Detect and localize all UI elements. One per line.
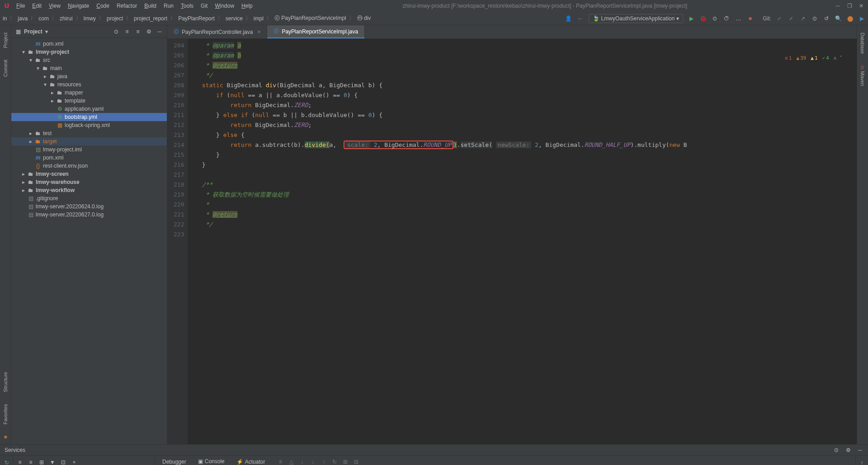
- console-ico-5[interactable]: ↑: [320, 458, 327, 465]
- line-number[interactable]: 215: [174, 150, 184, 160]
- editor-tab[interactable]: ⓒPayPlanReportServiceImpl.java: [267, 25, 365, 38]
- line-number[interactable]: 212: [174, 120, 184, 130]
- tree-item[interactable]: ▾🖿lmwy-project: [11, 48, 167, 56]
- close-button[interactable]: ✕: [858, 3, 864, 9]
- menu-run[interactable]: Run: [161, 2, 176, 10]
- cr-icon-1[interactable]: ↑: [859, 459, 866, 465]
- console-ico-3[interactable]: ↓: [298, 458, 306, 465]
- code-line[interactable]: *: [188, 200, 687, 210]
- breadcrumb-item[interactable]: ⓒ PayPlanReportServiceImpl: [274, 14, 346, 22]
- back-icon[interactable]: ←: [577, 15, 584, 22]
- settings-icon[interactable]: ⚙: [145, 28, 152, 35]
- line-number[interactable]: 214: [174, 140, 184, 150]
- menu-navigate[interactable]: Navigate: [65, 2, 92, 10]
- code-line[interactable]: * @return: [188, 210, 687, 220]
- menu-git[interactable]: Git: [198, 2, 210, 10]
- tree-item[interactable]: ▸🖿lmwy-workflow: [11, 186, 167, 194]
- tab-console[interactable]: ▣Console: [194, 456, 228, 465]
- breadcrumb-item[interactable]: in: [3, 15, 7, 22]
- services-settings-icon[interactable]: ⊙: [833, 446, 840, 454]
- minimize-button[interactable]: ─: [835, 3, 841, 9]
- collapse-all-icon[interactable]: ≡: [134, 28, 142, 35]
- tree-item[interactable]: ▸🖿target: [11, 137, 167, 146]
- code-line[interactable]: return BigDecimal.ZERO;: [188, 120, 687, 130]
- code-content[interactable]: * @param a * @param b * @return */ stati…: [188, 39, 687, 444]
- line-number[interactable]: 221: [174, 210, 184, 220]
- line-number[interactable]: 213: [174, 130, 184, 140]
- line-number[interactable]: 218: [174, 180, 184, 190]
- tool-structure[interactable]: Structure: [3, 369, 8, 395]
- code-line[interactable]: * @param a: [188, 41, 687, 51]
- debug-icon[interactable]: 🐞: [699, 15, 707, 22]
- code-line[interactable]: /**: [188, 180, 687, 190]
- breadcrumb-item[interactable]: lmwy: [84, 15, 96, 22]
- breadcrumb-item[interactable]: ⓜ div: [357, 14, 371, 22]
- code-line[interactable]: if (null == a || a.doubleValue() == 0) {: [188, 90, 687, 100]
- tb-icon-3[interactable]: ⊞: [38, 459, 45, 465]
- line-number[interactable]: 210: [174, 100, 184, 110]
- services-gear-icon[interactable]: ⚙: [844, 446, 852, 454]
- line-number[interactable]: 211: [174, 110, 184, 120]
- breadcrumb-item[interactable]: service: [226, 15, 243, 22]
- attach-icon[interactable]: …: [735, 15, 742, 22]
- select-opened-icon[interactable]: ⊙: [113, 28, 120, 35]
- code-line[interactable]: [188, 230, 687, 240]
- tool-commit[interactable]: Commit: [3, 57, 8, 80]
- console-ico-8[interactable]: ⊟: [353, 458, 360, 465]
- coverage-icon[interactable]: ⊙: [711, 15, 718, 22]
- filter-icon[interactable]: ▼: [49, 459, 56, 465]
- tree-item[interactable]: ▤lmwy-server.20220624.0.log: [11, 202, 167, 211]
- tree-item[interactable]: ▸🖿lmwy-warehouse: [11, 178, 167, 186]
- menu-build[interactable]: Build: [142, 2, 159, 10]
- menu-file[interactable]: File: [14, 2, 28, 10]
- user-icon[interactable]: 👤: [565, 15, 572, 22]
- code-line[interactable]: [188, 170, 687, 180]
- tree-item[interactable]: ▾🖿src: [11, 56, 167, 64]
- console-ico-7[interactable]: ⊞: [342, 458, 349, 465]
- avatar-icon[interactable]: ▶: [858, 15, 865, 22]
- tool-maven[interactable]: m Maven: [860, 63, 865, 89]
- tree-item[interactable]: ▤.gitignore: [11, 194, 167, 202]
- menu-view[interactable]: View: [46, 2, 63, 10]
- code-line[interactable]: */: [188, 70, 687, 80]
- maximize-button[interactable]: ❐: [846, 3, 853, 9]
- line-number[interactable]: 219: [174, 190, 184, 200]
- menu-help[interactable]: Help: [239, 2, 255, 10]
- code-editor[interactable]: 2042052062072082092102112122132142152162…: [167, 39, 857, 444]
- project-tree[interactable]: mpom.xml▾🖿lmwy-project▾🖿src▾🖿main▸🖿java▾…: [11, 38, 167, 444]
- tab-debugger[interactable]: Debugger: [159, 457, 190, 465]
- breadcrumb-item[interactable]: java: [18, 15, 28, 22]
- code-line[interactable]: } else {: [188, 130, 687, 140]
- line-number[interactable]: 208: [174, 80, 184, 90]
- breadcrumb-item[interactable]: zhirui: [60, 15, 73, 22]
- tree-item[interactable]: {}rest-client.env.json: [11, 162, 167, 170]
- tb-icon-5[interactable]: ⊡: [60, 459, 67, 465]
- tool-project[interactable]: Project: [3, 30, 8, 51]
- menu-refactor[interactable]: Refactor: [114, 2, 140, 10]
- breadcrumb-item[interactable]: com: [38, 15, 49, 22]
- code-line[interactable]: return BigDecimal.ZERO;: [188, 100, 687, 110]
- run-icon[interactable]: ▶: [688, 15, 695, 22]
- breadcrumb-item[interactable]: impl: [254, 15, 264, 22]
- line-number[interactable]: 222: [174, 220, 184, 230]
- line-number[interactable]: 216: [174, 160, 184, 170]
- tree-item[interactable]: ▸🖿mapper: [11, 89, 167, 97]
- code-line[interactable]: }: [188, 160, 687, 170]
- tree-item[interactable]: mpom.xml: [11, 40, 167, 48]
- line-number[interactable]: 204: [174, 41, 184, 51]
- console-ico-6[interactable]: ↻: [331, 458, 338, 465]
- editor-tab[interactable]: ⓒPayPlanReportController.java×: [167, 25, 267, 38]
- tree-item[interactable]: ▤lmwy-server.20220627.0.log: [11, 211, 167, 219]
- add-icon[interactable]: +: [71, 459, 78, 465]
- tree-item[interactable]: ▾🖿resources: [11, 80, 167, 89]
- inspection-status[interactable]: ⊘ 1 ▲ 39 ▲ 1 ✓ 4 ʌ ˅: [785, 55, 842, 61]
- code-line[interactable]: return a.subtract(b).divide(a, scale: 2,…: [188, 140, 687, 150]
- menu-tools[interactable]: Tools: [178, 2, 196, 10]
- git-push-icon[interactable]: ↗: [799, 15, 807, 22]
- menu-code[interactable]: Code: [94, 2, 112, 10]
- code-line[interactable]: */: [188, 220, 687, 230]
- line-number[interactable]: 207: [174, 70, 184, 80]
- tree-item[interactable]: ⚙application.yaml: [11, 105, 167, 113]
- code-line[interactable]: } else if (null == b || b.doubleValue() …: [188, 110, 687, 120]
- tree-item[interactable]: ▤lmwy-project.iml: [11, 146, 167, 154]
